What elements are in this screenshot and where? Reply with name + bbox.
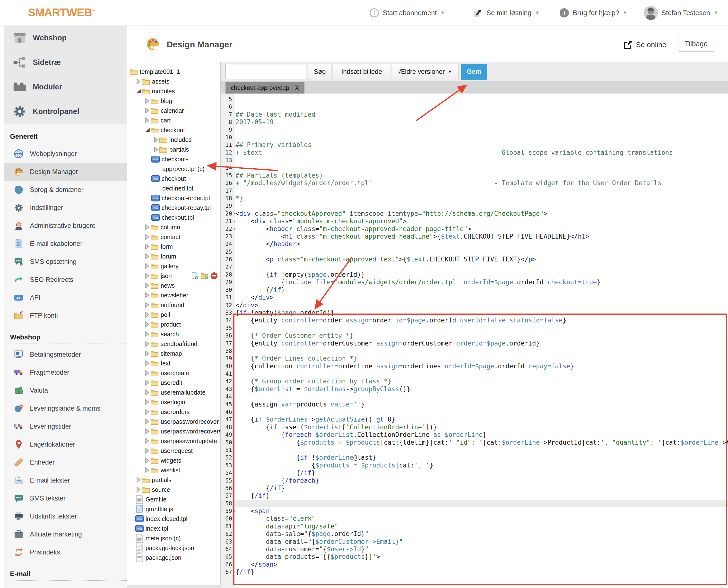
expand-arrow-icon[interactable] [144,438,150,444]
tree-item-cart[interactable]: cart [127,115,221,125]
menu-brug-for-hjaelp[interactable]: i Brug for hjælp?▼ [559,0,627,25]
remove-icon[interactable] [210,272,218,280]
expand-arrow-icon[interactable] [136,477,142,483]
tree-item-text[interactable]: text [127,358,221,368]
tree-item-usercreate[interactable]: usercreate [127,368,221,378]
sidebar-item-administrative-brugere[interactable]: Administrative brugere [4,217,127,235]
add-folder-icon[interactable] [201,272,208,280]
sidebar-item-leveringstider[interactable]: Leveringstider [4,417,127,436]
sidebar-item-fragtmetoder[interactable]: Fragtmetoder [4,363,127,381]
tree-item-json[interactable]: json [127,271,221,281]
expand-arrow-icon[interactable] [144,224,150,230]
expand-arrow-icon[interactable] [144,409,150,415]
sidebar-item-sms-tekster[interactable]: SMS tekster [4,489,127,507]
tree-item-userpasswordrecover[interactable]: userpasswordrecover [127,417,221,426]
fold-caret-icon[interactable]: ▾ [233,225,235,233]
fold-caret-icon[interactable]: ▾ [233,210,235,217]
tree-item-checkout-[interactable]: HTMLcheckout- [127,174,221,184]
expand-arrow-icon[interactable] [144,273,150,279]
code-editor[interactable]: 567891011121314151617181920▾21▾22▾232425… [221,93,728,588]
tree-item-poll[interactable]: poll [127,310,221,319]
tree-item-news[interactable]: news [127,281,221,290]
sidebar-item-e-mail-tekster[interactable]: E-mail tekster [4,471,127,489]
tree-item-userpasswordupdate[interactable]: userpasswordupdate [127,436,221,446]
expand-arrow-icon[interactable] [144,263,150,269]
tree-item-forum[interactable]: forum [127,251,221,261]
tree-item-calendar[interactable]: calendar [127,106,221,115]
sidebar-item-prisindeks[interactable]: Prisindeks [4,543,127,561]
tree-item-checkout-tpl[interactable]: HTMLcheckout.tpl [127,213,221,222]
tree-item-search[interactable]: search [127,329,221,339]
sidebar-main-moduler[interactable]: Moduler [4,75,127,99]
sidebar-item-sprog-dom-ner[interactable]: Sprog & domæner [4,181,127,199]
tree-item-index-tpl[interactable]: HTMLindex.tpl [127,524,221,533]
expand-arrow-icon[interactable] [144,360,150,366]
sidebar-item-affiliate-marketing[interactable]: Affiliate marketing [4,525,127,543]
expand-arrow-icon[interactable] [144,292,150,298]
sidebar-item-udskrifts-tekster[interactable]: Udskrifts tekster [4,507,127,525]
tree-item-source[interactable]: source [127,485,221,495]
tilbage-button[interactable]: Tilbage [678,36,714,52]
expand-arrow-icon[interactable] [144,312,150,318]
tree-item-meta-json-c-[interactable]: meta.json (c) [127,533,221,543]
tree-item-checkout-repay-tpl[interactable]: HTMLcheckout-repay.tpl [127,203,221,213]
expand-arrow-icon[interactable] [144,380,150,386]
expand-arrow-icon[interactable] [144,253,150,259]
collapse-arrow-icon[interactable] [136,88,142,94]
smartweb-logo[interactable]: SMARTWEB™ [28,6,96,19]
tree-item-gemfile[interactable]: Gemfile [127,495,221,504]
tree-item-product[interactable]: product [127,319,221,329]
sidebar-item-e-mail-skabeloner[interactable]: E-mail skabeloner [4,235,127,253]
aeldre-versioner-dropdown[interactable]: Ældre versioner▼ [392,64,459,80]
sidebar-main-webshop[interactable]: Webshop [4,25,127,50]
expand-arrow-icon[interactable] [153,136,159,143]
menu-start-abonnement[interactable]: ! Start abonnement▼ [369,0,445,25]
tree-item-includes[interactable]: includes [127,135,221,145]
tree-item-gallery[interactable]: gallery [127,261,221,271]
tab-checkout-approved[interactable]: checkout-approved.tpl X [226,82,305,93]
expand-arrow-icon[interactable] [144,321,150,328]
expand-arrow-icon[interactable] [144,98,150,104]
sidebar-item-e-mail-konti[interactable]: E-mail konti [4,582,127,588]
tree-item-sendtoafriend[interactable]: sendtoafriend [127,339,221,349]
sidebar-item-enheder[interactable]: Enheder [4,454,127,471]
tree-item-modules[interactable]: modules [127,86,221,96]
sidebar-main-sidetræ[interactable]: Sidetræ [4,50,127,75]
menu-user[interactable]: Stefan Testesen▼ [643,0,718,25]
sidebar-item-api[interactable]: APIAPI [4,289,127,307]
sidebar-item-betalingsmetoder[interactable]: Betalingsmetoder [4,345,127,363]
add-file-icon[interactable] [191,272,199,280]
sidebar-item-design-manager[interactable]: Design Manager [4,163,127,181]
tree-item-form[interactable]: form [127,242,221,251]
expand-arrow-icon[interactable] [144,399,150,405]
sog-button[interactable]: Søg [308,64,331,80]
tree-item-sitemap[interactable]: sitemap [127,349,221,358]
tree-item-checkout-[interactable]: HTMLcheckout- [127,154,221,164]
gem-button[interactable]: Gem [461,64,487,80]
tree-item-useremailupdate[interactable]: useremailupdate [127,387,221,397]
expand-arrow-icon[interactable] [144,302,150,308]
tree-item-contact[interactable]: contact [127,232,221,242]
expand-arrow-icon[interactable] [144,389,150,396]
indsaet-billede-button[interactable]: Indsæt billede [333,64,390,80]
expand-arrow-icon[interactable] [144,457,150,464]
tree-item-newsletter[interactable]: newsletter [127,290,221,300]
expand-arrow-icon[interactable] [144,447,150,454]
collapse-arrow-icon[interactable] [144,127,150,133]
tab-close-icon[interactable]: X [295,84,299,91]
tree-item-index-closed-tpl[interactable]: HTMLindex.closed.tpl [127,514,221,524]
expand-arrow-icon[interactable] [144,331,150,337]
tree-item-checkout-order-tpl[interactable]: HTMLcheckout-order.tpl [127,193,221,203]
expand-arrow-icon[interactable] [144,341,150,347]
sidebar-item-valuta[interactable]: Valuta [4,381,127,399]
tree-item-checkout[interactable]: checkout [127,125,221,135]
fold-caret-icon[interactable]: ▾ [233,217,235,225]
tree-item-partials[interactable]: partials [127,475,221,485]
tree-item-userlogin[interactable]: userlogin [127,397,221,407]
tree-item-package-json[interactable]: package.json [127,553,221,563]
tree-item-useredit[interactable]: useredit [127,378,221,387]
expand-arrow-icon[interactable] [144,467,150,473]
tree-item-wishlist[interactable]: wishlist [127,465,221,475]
sidebar-main-kontrolpanel[interactable]: Kontrolpanel [4,99,127,124]
expand-arrow-icon[interactable] [144,350,150,357]
